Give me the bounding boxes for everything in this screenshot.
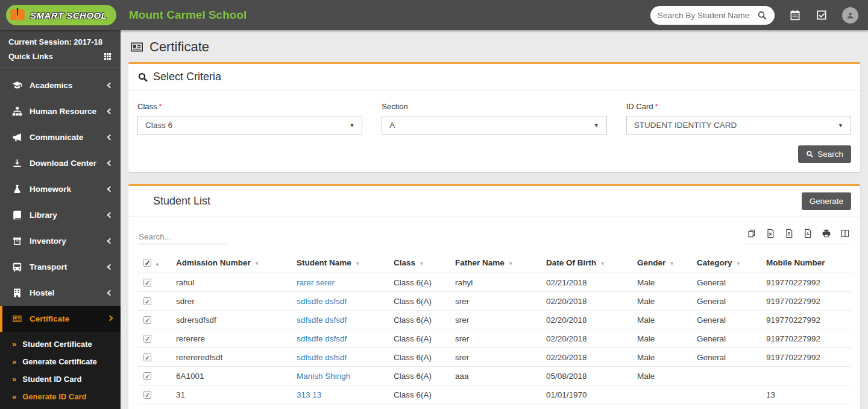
app-logo[interactable]: SMART SCHOOL [0,5,121,25]
book-icon [12,210,22,220]
search-icon[interactable] [757,10,767,21]
flask-icon [12,184,22,194]
submenu-item-generate-certificate[interactable]: »Generate Certificate [0,353,121,370]
cell: Male [631,292,691,311]
print-icon[interactable] [822,229,831,238]
graduation-cap-icon [12,80,22,90]
class-select[interactable]: Class 6▼ [137,116,362,135]
column-header-class[interactable]: Class▼ [388,253,449,273]
quick-links-label[interactable]: Quick Links [8,52,53,61]
table-row: ✓rerereredfsdfsdfsdfe dsfsdfClass 6(A)sr… [137,348,851,367]
double-angle-right-icon: » [12,340,16,349]
student-name-link[interactable]: 313 13 [297,390,321,399]
file-text-icon[interactable] [784,229,794,238]
column-header-admission-number[interactable]: Admission Number▼ [170,253,291,273]
sort-asc-icon[interactable]: ▲ [155,261,160,267]
chevron-down-icon [107,315,113,321]
column-header-gender[interactable]: Gender▼ [631,253,691,273]
field-label: Section [382,102,606,111]
cell: 6A1001 [170,367,291,385]
double-angle-right-icon: » [12,392,16,401]
row-checkbox[interactable]: ✓ [143,391,151,399]
student-table: ✓▲Admission Number▼Student Name▼Class▼Fa… [137,253,851,409]
cell: 02/20/2018 [540,348,631,367]
chevron-left-icon [107,264,113,270]
sidebar-item-library[interactable]: Library [0,202,121,228]
cell: 919770227992 [760,292,851,311]
student-name-link[interactable]: sdfsdfe dsfsdf [297,334,347,343]
submenu-item-student-certificate[interactable]: »Student Certificate [0,335,121,353]
column-header-date-of-birth[interactable]: Date Of Birth▼ [540,253,631,273]
table-search-input[interactable] [137,230,227,244]
cell: Class 6(A) [388,311,449,329]
cell: Class 6(A) [388,367,449,385]
cell: Male [631,404,691,409]
student-name-link[interactable]: rarer serer [297,278,335,287]
row-checkbox[interactable]: ✓ [143,354,151,361]
row-checkbox[interactable]: ✓ [143,297,151,305]
page-title-text: Certificate [149,39,209,55]
row-checkbox[interactable]: ✓ [143,372,151,380]
student-list-title: Student List [137,195,210,208]
sidebar-item-transport[interactable]: Transport [0,254,121,280]
field-label: ID Card* [626,102,851,111]
student-search-box[interactable] [650,6,775,25]
chevron-left-icon [107,83,113,89]
excel-icon[interactable] [766,229,775,238]
columns-icon[interactable] [840,229,850,238]
cell: Class 6(A) [388,329,449,348]
row-checkbox[interactable]: ✓ [143,316,151,324]
sidebar-item-communicate[interactable]: Communicate [0,124,121,150]
search-button[interactable]: Search [798,145,851,163]
grid-icon[interactable] [103,52,112,61]
sidebar-item-label: Human Resource [30,107,108,116]
submenu-item-generate-id-card[interactable]: »Generate ID Card [0,388,121,405]
required-asterisk: * [159,102,162,111]
column-header-category[interactable]: Category▼ [691,253,760,273]
column-header-mobile-number: Mobile Number [760,253,851,273]
sidebar-item-inventory[interactable]: Inventory [0,228,121,254]
cell-student-name: 313 13 [291,385,388,404]
user-avatar[interactable] [842,7,858,24]
student-name-link[interactable]: sdfsdfe dsfsdf [297,353,347,362]
row-checkbox[interactable]: ✓ [143,279,151,287]
sidebar-item-hostel[interactable]: Hostel [0,280,121,306]
pdf-icon[interactable] [803,229,813,238]
student-name-link[interactable]: sdfsdfe dsfsdf [297,297,347,306]
submenu-item-student-id-card[interactable]: »Student ID Card [0,370,121,388]
cell: rahyl [449,273,540,292]
sidebar-item-label: Certificate [30,314,108,323]
id-card-select[interactable]: STUDENT IDENTITY CARD▼ [626,116,851,135]
archive-icon [12,236,22,246]
column-header-father-name[interactable]: Father Name▼ [449,253,540,273]
column-header-student-name[interactable]: Student Name▼ [291,253,388,273]
building-icon [12,288,22,298]
cell-student-name: Manish Shingh [291,367,388,385]
cell: General [691,329,760,348]
smart-school-logo: SMART SCHOOL [6,5,116,25]
student-name-link[interactable]: sdfsdfe dsfsdf [297,315,347,325]
generate-button[interactable]: Generate [802,192,851,210]
field-section: SectionA▼ [382,102,606,135]
copy-icon[interactable] [747,229,756,238]
select-all-checkbox[interactable]: ✓ [143,259,151,267]
student-name-link[interactable]: Manish Shingh [297,372,350,381]
select-criteria-title: Select Criteria [137,71,221,83]
current-session-label: Current Session: 2017-18 [8,37,112,46]
sidebar-item-homework[interactable]: Homework [0,176,121,202]
cell [691,404,760,409]
cell [691,367,760,385]
user-icon [846,11,854,19]
sidebar-item-academics[interactable]: Academics [0,72,121,98]
task-check-icon[interactable] [816,9,828,21]
student-search-input[interactable] [658,11,757,20]
section-select[interactable]: A▼ [382,116,606,135]
sidebar-item-human-resource[interactable]: Human Resource [0,98,121,124]
calendar-icon[interactable] [789,9,801,21]
sidebar-item-download-center[interactable]: Download Center [0,150,121,176]
sidebar-item-certificate[interactable]: Certificate [0,306,121,332]
sitemap-icon [12,106,22,116]
bullhorn-icon [12,132,22,142]
row-checkbox[interactable]: ✓ [143,335,151,343]
cell: Male [631,273,691,292]
